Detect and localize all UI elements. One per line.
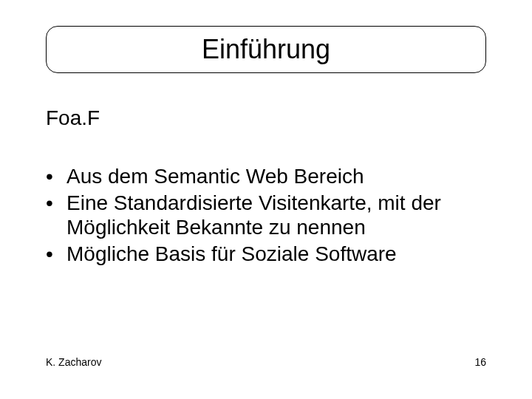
bullet-text: Mögliche Basis für Soziale Software <box>66 242 486 267</box>
bullet-dot-icon: • <box>46 191 66 240</box>
bullet-dot-icon: • <box>46 242 66 267</box>
list-item: • Aus dem Semantic Web Bereich <box>46 164 486 189</box>
bullet-text: Eine Standardisierte Visitenkarte, mit d… <box>66 191 486 240</box>
slide: Einführung Foa.F • Aus dem Semantic Web … <box>0 0 532 399</box>
slide-title: Einführung <box>202 34 330 65</box>
slide-subtitle: Foa.F <box>46 106 100 130</box>
bullet-dot-icon: • <box>46 164 66 189</box>
footer-author: K. Zacharov <box>46 356 101 368</box>
list-item: • Eine Standardisierte Visitenkarte, mit… <box>46 191 486 240</box>
list-item: • Mögliche Basis für Soziale Software <box>46 242 486 267</box>
bullet-text: Aus dem Semantic Web Bereich <box>66 164 486 189</box>
title-box: Einführung <box>46 26 486 73</box>
footer-page-number: 16 <box>474 356 486 368</box>
bullet-list: • Aus dem Semantic Web Bereich • Eine St… <box>46 164 486 267</box>
